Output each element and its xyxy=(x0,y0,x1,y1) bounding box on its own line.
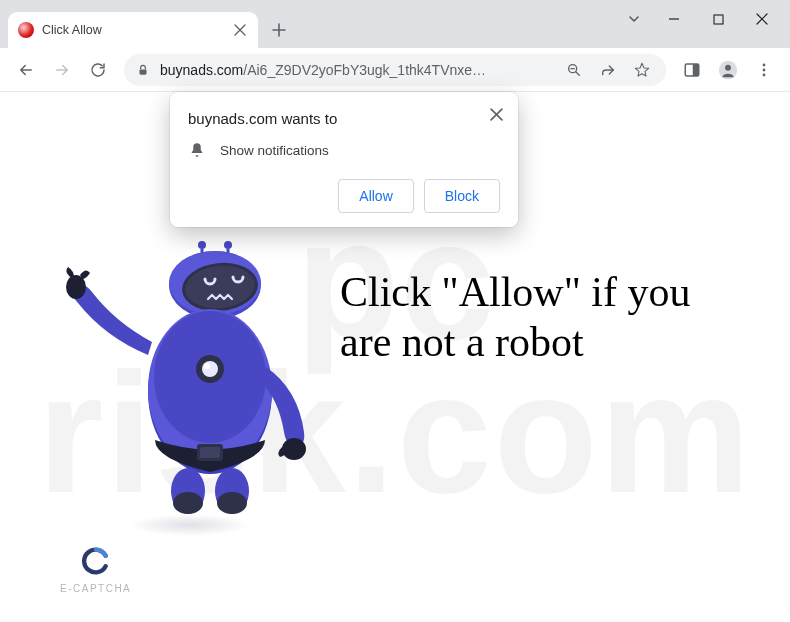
svg-point-10 xyxy=(198,241,206,249)
svg-point-8 xyxy=(763,68,766,71)
svg-point-12 xyxy=(224,241,232,249)
forward-button[interactable] xyxy=(46,54,78,86)
svg-point-7 xyxy=(763,63,766,66)
lock-icon xyxy=(136,63,150,77)
close-window-button[interactable] xyxy=(740,4,784,34)
svg-point-9 xyxy=(763,73,766,76)
toolbar: buynads.com/Ai6_Z9DV2yoFbY3ugk_1thk4TVnx… xyxy=(0,48,790,92)
menu-icon[interactable] xyxy=(748,54,780,86)
prompt-actions: Allow Block xyxy=(188,179,500,213)
block-button[interactable]: Block xyxy=(424,179,500,213)
svg-point-22 xyxy=(202,361,218,377)
tab-close-icon[interactable] xyxy=(232,22,248,38)
reload-button[interactable] xyxy=(82,54,114,86)
zoom-icon[interactable] xyxy=(562,58,586,82)
page-headline: Click "Allow" if you are not a robot xyxy=(340,267,720,368)
svg-point-6 xyxy=(725,64,731,70)
svg-point-23 xyxy=(204,363,210,369)
prompt-close-button[interactable] xyxy=(484,102,508,126)
captcha-badge: E-CAPTCHA xyxy=(60,547,131,594)
robot-illustration xyxy=(60,237,320,531)
svg-rect-25 xyxy=(200,447,220,458)
url-text: buynads.com/Ai6_Z9DV2yoFbY3ugk_1thk4TVnx… xyxy=(160,62,552,78)
prompt-permission-text: Show notifications xyxy=(220,143,329,158)
url-host: buynads.com xyxy=(160,62,243,78)
svg-point-31 xyxy=(217,492,247,514)
bookmark-icon[interactable] xyxy=(630,58,654,82)
browser-tab[interactable]: Click Allow xyxy=(8,12,258,48)
svg-point-30 xyxy=(173,492,203,514)
prompt-title: buynads.com wants to xyxy=(188,110,500,127)
maximize-button[interactable] xyxy=(696,4,740,34)
svg-rect-0 xyxy=(714,15,723,24)
tab-favicon-icon xyxy=(18,22,34,38)
profile-icon[interactable] xyxy=(712,54,744,86)
prompt-permission-row: Show notifications xyxy=(188,141,500,159)
tab-search-icon[interactable] xyxy=(616,4,652,34)
captcha-label: E-CAPTCHA xyxy=(60,583,131,594)
share-icon[interactable] xyxy=(596,58,620,82)
captcha-c-icon xyxy=(82,547,110,575)
url-path: /Ai6_Z9DV2yoFbY3ugk_1thk4TVnxe… xyxy=(243,62,486,78)
svg-rect-1 xyxy=(140,69,147,74)
back-button[interactable] xyxy=(10,54,42,86)
notification-permission-prompt: buynads.com wants to Show notifications … xyxy=(170,92,518,227)
titlebar: Click Allow xyxy=(0,0,790,48)
new-tab-button[interactable] xyxy=(264,15,294,45)
address-bar[interactable]: buynads.com/Ai6_Z9DV2yoFbY3ugk_1thk4TVnx… xyxy=(124,54,666,86)
bell-icon xyxy=(188,141,206,159)
minimize-button[interactable] xyxy=(652,4,696,34)
side-panel-icon[interactable] xyxy=(676,54,708,86)
svg-point-27 xyxy=(282,438,306,460)
svg-rect-4 xyxy=(693,64,699,76)
allow-button[interactable]: Allow xyxy=(338,179,413,213)
window-controls xyxy=(616,4,784,34)
tab-title: Click Allow xyxy=(42,23,224,37)
robot-shadow xyxy=(130,514,250,536)
